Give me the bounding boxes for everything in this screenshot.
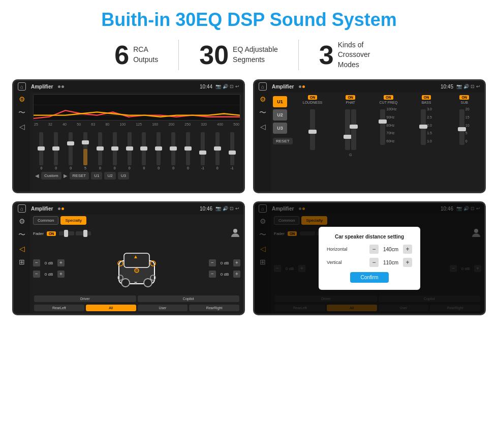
slider-thumb-10[interactable] (170, 146, 177, 151)
loudness-sl1[interactable] (310, 109, 315, 150)
slider-track-11[interactable] (186, 132, 190, 165)
home-icon-eq[interactable] (18, 82, 26, 91)
u1-cx[interactable]: U1 (273, 96, 287, 107)
u1-btn-eq[interactable]: U1 (91, 172, 102, 180)
slider-track-5[interactable] (98, 132, 102, 165)
slider-thumb-8[interactable] (140, 146, 147, 151)
slider-thumb-6[interactable] (111, 146, 118, 151)
slider-thumb-4[interactable] (82, 140, 89, 144)
bass-th1[interactable] (419, 125, 427, 129)
u2-btn-eq[interactable]: U2 (104, 172, 115, 180)
fader-thumb-v[interactable] (83, 230, 87, 237)
sub-sl1[interactable] (459, 109, 464, 145)
u3-btn-eq[interactable]: U3 (118, 172, 129, 180)
sp-vol-icon[interactable]: ◁ (19, 245, 25, 253)
u3-cx[interactable]: U3 (273, 123, 287, 134)
slider-thumb-7[interactable] (126, 146, 133, 151)
dialog-v-minus[interactable]: − (369, 258, 379, 267)
slider-thumb-3[interactable] (67, 141, 74, 145)
rl-minus[interactable]: − (33, 271, 40, 278)
cutfreq-on: ON (384, 95, 393, 100)
sp-wave-icon[interactable]: 〜 (18, 230, 25, 240)
phat-sl2[interactable] (351, 109, 356, 150)
cutfreq-sl1[interactable] (380, 109, 385, 145)
slider-track-8[interactable] (142, 132, 146, 165)
home-icon-sp[interactable] (18, 204, 26, 213)
fl-minus[interactable]: − (33, 259, 40, 266)
fader-thumb-h[interactable] (64, 230, 68, 237)
cutfreq-freqs: 100Hz 90Hz 80Hz 70Hz 60Hz (386, 107, 396, 143)
svg-text:▲: ▲ (133, 254, 138, 259)
specialty-tab[interactable]: Specialty (60, 216, 86, 225)
slider-track-14[interactable] (230, 132, 234, 165)
slider-track-9[interactable] (157, 132, 161, 165)
eq-icon[interactable]: ⚙ (19, 95, 25, 103)
fader-track-h[interactable] (59, 231, 74, 235)
slider-track-10[interactable] (171, 132, 175, 165)
home-icon-cx[interactable] (259, 82, 267, 91)
slider-track-1[interactable] (39, 132, 43, 165)
wave-icon[interactable]: 〜 (18, 108, 25, 117)
sub-th1[interactable] (458, 127, 466, 131)
cx-vol-icon[interactable]: ◁ (260, 123, 266, 131)
slider-thumb-2[interactable] (52, 146, 59, 151)
sp-eq-icon[interactable]: ⚙ (19, 217, 25, 225)
rl-plus[interactable]: + (57, 271, 65, 278)
cx-wave-icon[interactable]: 〜 (259, 108, 266, 117)
sub-channel: ON SUB 20 15 10 5 0 (446, 95, 482, 147)
status-icons-sp: 📷 🔊 ⊡ ↩ (215, 206, 239, 211)
slider-track-2[interactable] (54, 132, 58, 165)
dialog-h-plus[interactable]: + (403, 245, 412, 254)
slider-track-4[interactable] (83, 132, 87, 165)
driver-btn[interactable]: Driver (34, 295, 136, 302)
vol-icon[interactable]: ◁ (19, 123, 25, 131)
dialog-h-minus[interactable]: − (369, 245, 379, 254)
slider-thumb-11[interactable] (184, 146, 192, 151)
user-btn[interactable]: User (138, 305, 188, 311)
cx-eq-icon[interactable]: ⚙ (260, 95, 266, 103)
common-tab[interactable]: Common (33, 216, 58, 225)
back-icon-eq[interactable]: ↩ (235, 84, 239, 89)
fl-plus[interactable]: + (57, 259, 65, 266)
rr-plus[interactable]: + (233, 271, 240, 278)
phat-th1[interactable] (344, 135, 352, 139)
next-icon[interactable]: ▶ (64, 173, 68, 178)
reset-btn-eq[interactable]: RESET (70, 172, 89, 180)
rearright-btn[interactable]: RearRight (189, 305, 239, 311)
back-sp[interactable]: ↩ (235, 206, 239, 211)
slider-track-13[interactable] (215, 132, 220, 165)
slider-thumb-12[interactable] (199, 151, 206, 155)
rr-db: 0 dB (217, 272, 232, 277)
reset-cx[interactable]: RESET (273, 138, 293, 144)
slider-thumb-1[interactable] (38, 146, 45, 151)
back-cx[interactable]: ↩ (476, 84, 480, 89)
custom-btn[interactable]: Custom (41, 172, 61, 180)
cam-sp: 📷 (215, 206, 221, 211)
prev-icon[interactable]: ◀ (35, 173, 39, 178)
sp-arr-icon[interactable]: ⊞ (19, 258, 25, 266)
fr-plus[interactable]: + (233, 259, 240, 266)
rr-minus[interactable]: − (209, 271, 216, 278)
slider-thumb-14[interactable] (229, 151, 236, 155)
slider-thumb-13[interactable] (214, 146, 221, 151)
phat-sl1[interactable] (345, 109, 350, 150)
slider-track-3[interactable] (69, 132, 73, 165)
all-btn[interactable]: All (86, 305, 136, 311)
dialog-v-plus[interactable]: + (403, 258, 412, 267)
copilot-btn[interactable]: Copilot (138, 295, 240, 302)
phat-th2[interactable] (350, 125, 358, 129)
slider-track-6[interactable] (113, 132, 117, 165)
u2-cx[interactable]: U2 (273, 109, 287, 121)
cutfreq-th1[interactable] (379, 120, 387, 124)
loudness-th1[interactable] (308, 130, 317, 134)
fr-minus[interactable]: − (209, 259, 216, 266)
svg-text:▼: ▼ (133, 280, 138, 286)
slider-thumb-9[interactable] (155, 146, 162, 151)
fader-track-v[interactable] (76, 231, 91, 235)
slider-track-7[interactable] (128, 132, 132, 165)
slider-track-12[interactable] (201, 132, 205, 165)
slider-thumb-5[interactable] (97, 146, 104, 151)
confirm-button[interactable]: Confirm (350, 272, 388, 283)
rearleft-btn[interactable]: RearLeft (34, 305, 84, 311)
bass-sl1[interactable] (421, 109, 426, 145)
